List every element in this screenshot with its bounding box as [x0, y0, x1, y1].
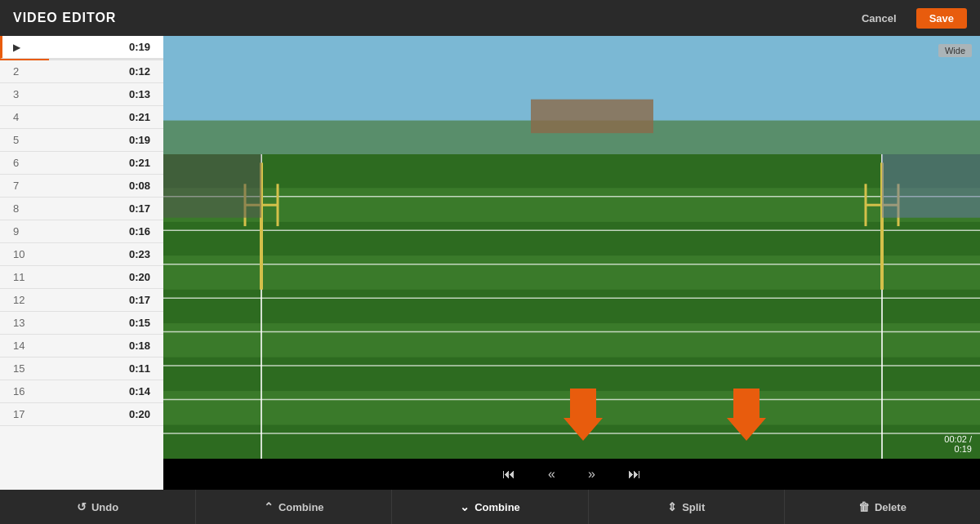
view-mode-badge: Wide [938, 44, 972, 57]
svg-rect-9 [163, 357, 980, 391]
clip-number: 15 [13, 362, 29, 375]
forward-button[interactable]: » [581, 464, 602, 485]
combine1-label: Combine [278, 501, 324, 513]
bottom-toolbar: ↺ Undo ⌃ Combine ⌄ Combine ⇕ Split 🗑 Del… [0, 490, 980, 524]
rewind-fast-button[interactable]: ⏮ [496, 464, 522, 485]
svg-rect-34 [531, 100, 653, 133]
clip-duration: 0:19 [129, 41, 150, 53]
header-actions: Cancel Save [849, 8, 967, 29]
svg-rect-6 [163, 255, 980, 289]
clip-list-item[interactable]: 140:18 [0, 335, 163, 357]
clip-number: 2 [13, 65, 29, 78]
clip-list-item[interactable]: 110:20 [0, 266, 163, 289]
clip-progress-bar [0, 59, 163, 60]
combine2-label: Combine [474, 501, 520, 513]
clip-list-item[interactable]: 50:19 [0, 129, 163, 152]
clip-list-item[interactable]: 160:14 [0, 380, 163, 403]
clip-duration: 0:18 [129, 340, 150, 352]
main-content: ▶0:1920:1230:1340:2150:1960:2170:0880:17… [0, 36, 980, 490]
svg-rect-8 [163, 323, 980, 357]
clip-list-item[interactable]: ▶0:19 [0, 36, 163, 59]
clip-duration: 0:23 [129, 248, 150, 260]
split-icon: ⇕ [667, 500, 677, 513]
combine-arrow-1 [564, 389, 603, 441]
svg-marker-36 [727, 389, 766, 441]
trash-icon: 🗑 [858, 500, 870, 513]
combine-down-icon: ⌄ [460, 500, 470, 513]
clip-number: 7 [13, 180, 29, 192]
clip-number: 10 [13, 248, 29, 260]
svg-rect-5 [163, 222, 980, 255]
clip-number: 11 [13, 271, 29, 283]
clip-duration: 0:11 [129, 362, 150, 375]
combine-toolbar-item-1[interactable]: ⌃ Combine [196, 490, 392, 524]
clip-number: 4 [13, 111, 29, 123]
clip-list-item[interactable]: 90:16 [0, 220, 163, 243]
clip-number: 5 [13, 134, 29, 146]
clip-duration: 0:12 [129, 65, 150, 78]
svg-rect-3 [163, 154, 980, 188]
svg-rect-32 [163, 154, 261, 218]
clip-number: 3 [13, 88, 29, 100]
clip-list-item[interactable]: 40:21 [0, 106, 163, 129]
clip-duration: 0:14 [129, 385, 150, 397]
forward-fast-button[interactable]: ⏭ [621, 464, 648, 485]
video-controls-bar: ⏮ « » ⏭ [163, 459, 980, 490]
undo-toolbar-item[interactable]: ↺ Undo [0, 490, 196, 524]
clip-number: 9 [13, 225, 29, 238]
clip-number: ▶ [13, 42, 29, 53]
header: VIDEO EDITOR Cancel Save [0, 0, 980, 36]
split-label: Split [682, 501, 705, 513]
clip-number: 16 [13, 385, 29, 397]
clip-list-item[interactable]: 70:08 [0, 175, 163, 198]
clip-list-item[interactable]: 20:12 [0, 60, 163, 83]
combine-toolbar-item-2[interactable]: ⌄ Combine [392, 490, 588, 524]
svg-rect-7 [163, 290, 980, 323]
clip-list: ▶0:1920:1230:1340:2150:1960:2170:0880:17… [0, 36, 163, 490]
undo-label: Undo [91, 501, 118, 513]
clip-duration: 0:21 [129, 111, 150, 123]
clip-list-item[interactable]: 100:23 [0, 243, 163, 266]
clip-duration: 0:17 [129, 294, 150, 306]
clip-number: 8 [13, 202, 29, 215]
clip-number: 17 [13, 408, 29, 420]
clip-duration: 0:17 [129, 202, 150, 215]
video-timestamp: 00:02 / 0:19 [944, 434, 972, 454]
clip-list-item[interactable]: 80:17 [0, 198, 163, 220]
delete-label: Delete [875, 501, 906, 513]
video-area: Wide 00:02 / 0:19 ⏮ « » ⏭ [163, 36, 980, 490]
clip-duration: 0:13 [129, 88, 150, 100]
clip-number: 6 [13, 157, 29, 169]
clip-number: 12 [13, 294, 29, 306]
clip-list-item[interactable]: 130:15 [0, 312, 163, 335]
clip-list-item[interactable]: 170:20 [0, 403, 163, 426]
svg-rect-4 [163, 188, 980, 221]
clip-number: 13 [13, 317, 29, 329]
delete-toolbar-item[interactable]: 🗑 Delete [785, 490, 980, 524]
rewind-button[interactable]: « [541, 464, 562, 485]
clip-duration: 0:19 [129, 134, 150, 146]
clip-duration: 0:20 [129, 408, 150, 420]
clip-duration: 0:08 [129, 180, 150, 192]
clip-list-item[interactable]: 30:13 [0, 83, 163, 106]
combine-arrow-2 [727, 389, 766, 441]
svg-rect-33 [882, 154, 980, 218]
undo-icon: ↺ [77, 500, 87, 513]
combine-up-icon: ⌃ [264, 500, 274, 513]
clip-number: 14 [13, 340, 29, 352]
app-title: VIDEO EDITOR [13, 11, 116, 25]
clip-list-item[interactable]: 60:21 [0, 152, 163, 175]
save-button[interactable]: Save [916, 8, 967, 29]
clip-list-item[interactable]: 120:17 [0, 289, 163, 312]
clip-duration: 0:21 [129, 157, 150, 169]
split-toolbar-item[interactable]: ⇕ Split [589, 490, 785, 524]
clip-duration: 0:15 [129, 317, 150, 329]
cancel-button[interactable]: Cancel [849, 8, 910, 29]
svg-marker-35 [564, 389, 603, 441]
clip-list-item[interactable]: 150:11 [0, 357, 163, 380]
clip-duration: 0:16 [129, 225, 150, 238]
clip-duration: 0:20 [129, 271, 150, 283]
